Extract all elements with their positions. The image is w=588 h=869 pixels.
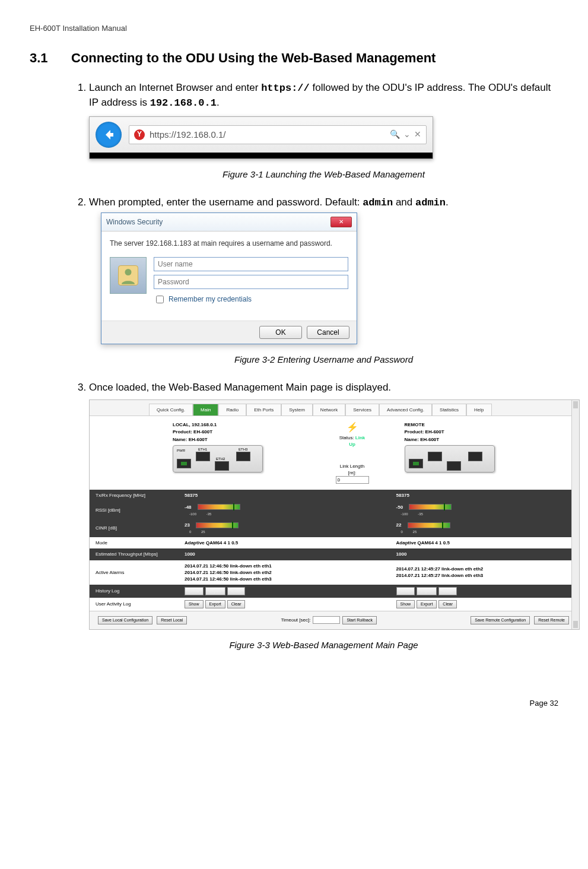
save-local-button[interactable]: Save Local Configuration: [98, 616, 152, 624]
show-button[interactable]: Show: [396, 587, 415, 595]
clear-button[interactable]: Clear: [227, 600, 246, 608]
figure-1-browser: Y https://192.168.0.1/ 🔍 ⌄ ✕: [89, 116, 433, 159]
tab-advanced-config-[interactable]: Advanced Config.: [379, 404, 432, 416]
doc-header: EH-600T Installation Manual: [30, 24, 558, 33]
port-eth3-r: [468, 452, 482, 461]
address-bar[interactable]: Y https://192.168.0.1/ 🔍 ⌄ ✕: [129, 125, 427, 144]
show-button[interactable]: Show: [396, 600, 415, 608]
tab-services[interactable]: Services: [345, 404, 379, 416]
url-text: https://192.168.0.1/: [150, 128, 225, 141]
ok-button[interactable]: OK: [259, 326, 302, 339]
port-eth3: [236, 452, 250, 461]
step-3: Once loaded, the Web-Based Management Ma…: [89, 380, 558, 651]
password-input[interactable]: [154, 275, 348, 289]
port-pwr-r: [409, 459, 423, 468]
export-button[interactable]: Export: [417, 600, 437, 608]
remote-name: Name: EH-600T: [405, 436, 568, 443]
tab-radio[interactable]: Radio: [218, 404, 246, 416]
page-footer: Page 32: [30, 699, 558, 708]
scrollbar[interactable]: [571, 400, 579, 629]
link-status-icon: ⚡: [336, 421, 369, 434]
status-label: Status:: [339, 435, 354, 440]
remote-heading: REMOTE: [405, 421, 568, 428]
step3-text: Once loaded, the Web-Based Management Ma…: [89, 382, 391, 393]
port-eth1: [196, 452, 210, 461]
figure-2-caption: Figure 3-2 Entering Username and Passwor…: [89, 353, 558, 366]
reset-local-button[interactable]: Reset Local: [157, 616, 187, 624]
table-row: Tx/Rx Frequency [MHz]5837558375: [90, 490, 579, 501]
export-button[interactable]: Export: [205, 600, 225, 608]
dropdown-caret-icon[interactable]: ⌄: [403, 129, 411, 141]
mgmt-footer: Save Local Configuration Reset Local Tim…: [90, 611, 579, 629]
clear-button[interactable]: Clear: [438, 587, 457, 595]
tab-main[interactable]: Main: [193, 404, 218, 416]
section-title: Connecting to the ODU Using the Web-Base…: [71, 50, 436, 65]
step2-code1: admin: [363, 197, 393, 208]
reset-remote-button[interactable]: Reset Remote: [534, 616, 569, 624]
local-heading: LOCAL, 192.168.0.1: [173, 421, 336, 428]
tab-statistics[interactable]: Statistics: [432, 404, 466, 416]
timeout-input[interactable]: [313, 616, 340, 624]
tab-help[interactable]: Help: [466, 404, 491, 416]
step-1: Launch an Internet Browser and enter htt…: [89, 81, 558, 180]
table-row: Active Alarms2014.07.21 12:46:50 link-do…: [90, 560, 579, 585]
show-button[interactable]: Show: [185, 600, 204, 608]
save-remote-button[interactable]: Save Remote Configuration: [471, 616, 530, 624]
table-row: Estimated Throughput [Mbps]10001000: [90, 548, 579, 560]
tab-eth-ports[interactable]: Eth Ports: [246, 404, 281, 416]
port-label-pwr: PWR: [177, 448, 185, 453]
arrow-left-icon: [101, 128, 116, 142]
tab-quick-config-[interactable]: Quick Config.: [149, 404, 193, 416]
nav-tabs: Quick Config.MainRadioEth PortsSystemNet…: [90, 400, 579, 416]
figure-3-mgmt-page: Quick Config.MainRadioEth PortsSystemNet…: [89, 399, 580, 630]
step2-text-b: and: [393, 196, 415, 208]
remember-text: Remember my credentials: [169, 294, 252, 305]
link-length-label: Link Length [m]:: [340, 464, 364, 475]
section-heading: 3.1Connecting to the ODU Using the Web-B…: [30, 50, 558, 66]
start-rollback-button[interactable]: Start Rollback: [342, 616, 377, 624]
remember-checkbox-label[interactable]: Remember my credentials: [154, 294, 348, 305]
figure-1-caption: Figure 3-1 Launching the Web-Based Manag…: [89, 168, 558, 180]
tab-network[interactable]: Network: [313, 404, 345, 416]
port-eth2: [215, 461, 229, 471]
remember-checkbox[interactable]: [156, 296, 164, 303]
local-device-icon: PWR ETH1 ETH2 ETH3: [173, 445, 263, 472]
step2-code2: admin: [415, 197, 446, 208]
local-product: Product: EH-600T: [173, 429, 336, 435]
export-button[interactable]: Export: [205, 587, 225, 595]
figure-2-dialog: Windows Security ✕ The server 192.168.1.…: [101, 213, 357, 344]
site-icon: Y: [134, 129, 145, 140]
timeout-label: Timeout [sec]:: [281, 617, 310, 623]
clear-button[interactable]: Clear: [227, 587, 246, 595]
dialog-title: Windows Security: [106, 217, 163, 227]
table-row: User Activity LogShowExportClearShowExpo…: [90, 598, 579, 611]
link-length-input[interactable]: [336, 476, 369, 484]
port-eth1-r: [428, 452, 442, 461]
tab-system[interactable]: System: [281, 404, 313, 416]
step-2: When prompted, enter the username and pa…: [89, 195, 558, 366]
export-button[interactable]: Export: [417, 587, 437, 595]
show-button[interactable]: Show: [185, 587, 204, 595]
clear-button[interactable]: Clear: [438, 600, 457, 608]
step1-text-a: Launch an Internet Browser and enter: [89, 82, 261, 93]
table-row: ModeAdaptive QAM64 4 1 0.5Adaptive QAM64…: [90, 537, 579, 548]
gauge-icon: [196, 522, 239, 528]
close-icon[interactable]: ✕: [414, 129, 421, 141]
step1-code1: https://: [261, 83, 310, 94]
dialog-close-button[interactable]: ✕: [330, 217, 352, 227]
port-pwr: [177, 459, 191, 468]
step1-code2: 192.168.0.1: [150, 97, 217, 109]
step2-text-c: .: [446, 196, 449, 208]
step1-text-c: .: [217, 97, 220, 108]
table-row: CINR [dB]23 0 2522 0 25: [90, 519, 579, 537]
tab-strip: [90, 153, 433, 158]
gauge-icon: [408, 522, 450, 528]
step2-text-a: When prompted, enter the username and pa…: [89, 196, 363, 208]
cancel-button[interactable]: Cancel: [307, 326, 349, 339]
port-eth2-r: [447, 461, 461, 471]
back-button[interactable]: [96, 122, 122, 148]
gauge-icon: [409, 504, 452, 510]
username-input[interactable]: [154, 257, 348, 271]
search-dropdown-icon[interactable]: 🔍: [390, 129, 400, 141]
svg-point-1: [125, 269, 132, 275]
